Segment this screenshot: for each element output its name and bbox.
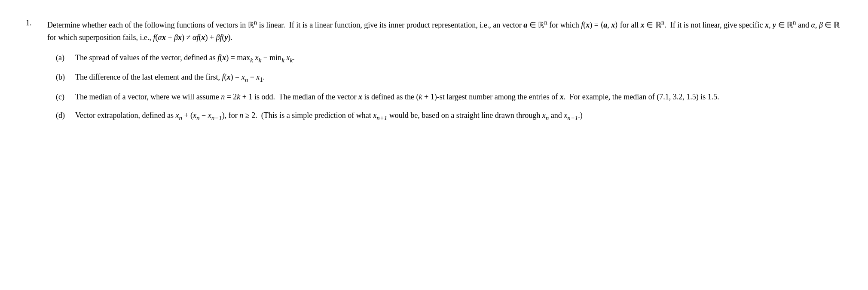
sub-b-text: The difference of the last element and t… bbox=[75, 73, 265, 81]
sub-content-b: The difference of the last element and t… bbox=[75, 71, 842, 85]
problem-body: Determine whether each of the following … bbox=[47, 17, 842, 129]
sub-label-c: (c) bbox=[56, 91, 75, 103]
problem-item-1: 1. Determine whether each of the followi… bbox=[26, 17, 842, 129]
sub-label-d: (d) bbox=[56, 109, 75, 123]
sub-a-text: The spread of values of the vector, defi… bbox=[75, 53, 295, 62]
intro-text: Determine whether each of the following … bbox=[47, 21, 840, 42]
sub-content-a: The spread of values of the vector, defi… bbox=[75, 52, 842, 65]
sub-items: (a) The spread of values of the vector, … bbox=[47, 52, 842, 123]
sub-c-text: The median of a vector, where we will as… bbox=[75, 93, 719, 101]
sub-d-text: Vector extrapolation, defined as xn + (x… bbox=[75, 111, 583, 120]
sub-label-b: (b) bbox=[56, 71, 75, 85]
problem-intro: Determine whether each of the following … bbox=[47, 17, 842, 44]
sub-label-a: (a) bbox=[56, 52, 75, 65]
sub-item-d: (d) Vector extrapolation, defined as xn … bbox=[56, 109, 842, 123]
sub-content-d: Vector extrapolation, defined as xn + (x… bbox=[75, 109, 842, 123]
problem-number: 1. bbox=[26, 17, 47, 129]
sub-content-c: The median of a vector, where we will as… bbox=[75, 91, 842, 103]
sub-item-b: (b) The difference of the last element a… bbox=[56, 71, 842, 85]
problem-container: 1. Determine whether each of the followi… bbox=[26, 17, 842, 129]
sub-item-c: (c) The median of a vector, where we wil… bbox=[56, 91, 842, 103]
sub-item-a: (a) The spread of values of the vector, … bbox=[56, 52, 842, 65]
